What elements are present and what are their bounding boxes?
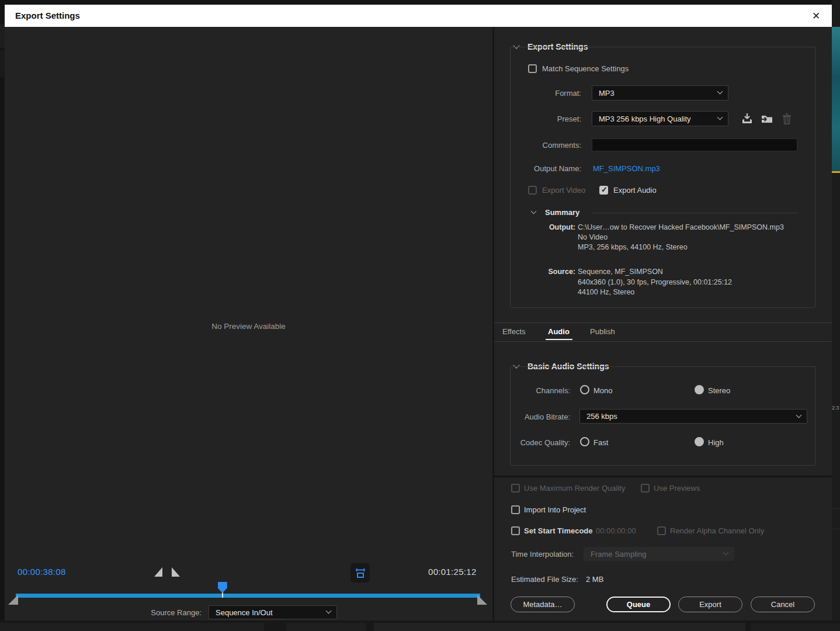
channels-label: Channels:	[467, 386, 570, 395]
format-value: MP3	[599, 89, 615, 98]
import-preset-icon	[761, 112, 773, 125]
dialog-title: Export Settings	[15, 11, 80, 20]
divider	[494, 323, 832, 323]
app-background-left-panel	[0, 25, 5, 48]
delete-preset-button	[781, 112, 793, 125]
comments-input[interactable]	[592, 138, 797, 151]
use-previews-label: Use Previews	[654, 484, 700, 493]
dialog-titlebar: Export Settings ✕	[5, 5, 832, 27]
source-range-label: Source Range:	[105, 608, 202, 617]
chevron-down-icon	[717, 89, 723, 95]
export-video-checkbox	[528, 186, 537, 195]
tab-publish[interactable]: Publish	[590, 327, 615, 336]
export-settings-dialog: 2:3 Export Settings ✕ No Preview Availab…	[0, 0, 840, 631]
use-max-render-quality-label: Use Maximum Render Quality	[524, 484, 625, 493]
playhead[interactable]	[218, 582, 227, 598]
close-button[interactable]: ✕	[805, 5, 827, 27]
tab-audio[interactable]: Audio	[548, 327, 570, 336]
app-video-thumbnail-sliver	[832, 27, 840, 171]
app-timecode-sliver: 2:3	[832, 405, 839, 411]
playhead-marker-icon	[218, 582, 227, 593]
audio-bitrate-label: Audio Bitrate:	[467, 412, 570, 421]
summary-source-line: 44100 Hz, Stereo	[578, 288, 634, 296]
chevron-down-icon	[717, 115, 723, 120]
app-timeline-sliver	[0, 623, 264, 631]
render-alpha-checkbox	[657, 526, 666, 535]
metadata-button[interactable]: Metadata…	[511, 597, 575, 612]
use-previews-checkbox	[641, 484, 650, 493]
time-interpolation-select: Frame Sampling	[584, 547, 734, 561]
export-button[interactable]: Export	[678, 597, 742, 612]
output-name-label: Output Name:	[467, 164, 581, 173]
preset-value: MP3 256 kbps High Quality	[599, 115, 691, 123]
import-into-project-checkbox[interactable]	[511, 505, 520, 514]
summary-output-line: No Video	[578, 233, 608, 241]
mono-radio[interactable]	[580, 385, 589, 394]
cancel-button[interactable]: Cancel	[751, 597, 815, 612]
divider	[494, 341, 832, 342]
preset-select[interactable]: MP3 256 kbps High Quality	[592, 111, 728, 126]
app-timeline-sliver	[374, 623, 745, 631]
app-background-left-panel	[0, 50, 5, 77]
app-background-left	[0, 0, 5, 631]
match-sequence-settings-checkbox[interactable]	[528, 64, 537, 73]
export-audio-label[interactable]: Export Audio	[613, 186, 657, 195]
source-range-select[interactable]: Sequence In/Out	[209, 605, 337, 619]
comments-label: Comments:	[467, 141, 581, 150]
close-icon: ✕	[812, 10, 820, 22]
output-name-link[interactable]: MF_SIMPSON.mp3	[593, 164, 660, 173]
import-preset-button[interactable]	[761, 112, 773, 125]
divider	[832, 508, 840, 509]
export-audio-checkbox[interactable]	[599, 186, 608, 195]
divider	[832, 529, 840, 529]
high-radio[interactable]	[695, 437, 704, 446]
app-background-right: 2:3	[832, 0, 840, 631]
save-preset-icon	[741, 112, 754, 125]
no-preview-text: No Preview Available	[5, 322, 492, 331]
use-max-render-quality-checkbox	[511, 484, 520, 493]
fast-label[interactable]: Fast	[593, 438, 608, 447]
preset-label: Preset:	[467, 115, 581, 123]
summary-source-label: Source:	[494, 268, 575, 276]
summary-output-label: Output:	[494, 223, 575, 231]
divider	[494, 476, 832, 477]
summary-output-line: C:\User…ow to Recover Hacked Facebook\MF…	[578, 223, 784, 231]
trash-icon	[781, 112, 793, 125]
high-label[interactable]: High	[708, 438, 724, 447]
scrubber-track[interactable]	[16, 594, 480, 598]
chevron-down-icon	[796, 412, 802, 418]
active-tab-underline	[546, 339, 572, 340]
set-start-timecode-label[interactable]: Set Start Timecode	[524, 526, 593, 535]
app-timeline-sliver	[751, 623, 840, 631]
duration-timecode: 00:01:25:12	[428, 567, 477, 577]
crop-icon	[355, 567, 366, 579]
fast-radio[interactable]	[580, 437, 589, 446]
crop-output-button[interactable]	[350, 563, 370, 583]
mono-label[interactable]: Mono	[593, 386, 613, 395]
format-label: Format:	[467, 89, 581, 98]
save-preset-button[interactable]	[741, 112, 754, 125]
summary-header[interactable]: Summary	[545, 208, 579, 217]
chevron-down-icon	[326, 608, 332, 614]
codec-quality-label: Codec Quality:	[467, 438, 570, 447]
summary-source-line: 640x360 (1.0), 30 fps, Progressive, 00:0…	[578, 278, 732, 286]
summary-source-line: Sequence, MF_SIMPSON	[578, 268, 663, 276]
time-interpolation-value: Frame Sampling	[591, 550, 646, 559]
render-alpha-label: Render Alpha Channel Only	[670, 526, 764, 535]
tab-effects[interactable]: Effects	[502, 327, 526, 336]
source-range-value: Sequence In/Out	[216, 608, 273, 617]
current-timecode[interactable]: 00:00:38:08	[18, 567, 66, 577]
export-video-label: Export Video	[542, 186, 585, 195]
queue-button[interactable]: Queue	[606, 597, 671, 612]
start-timecode-value: 00:00:00:00	[596, 526, 636, 535]
format-select[interactable]: MP3	[592, 85, 728, 100]
stereo-radio[interactable]	[695, 385, 704, 394]
estimated-file-size-value: 2 MB	[586, 575, 603, 584]
audio-bitrate-select[interactable]: 256 kbps	[579, 409, 807, 424]
import-into-project-label[interactable]: Import Into Project	[524, 505, 586, 514]
set-start-timecode-checkbox[interactable]	[511, 526, 520, 535]
divider	[591, 213, 798, 213]
match-sequence-settings-label[interactable]: Match Sequence Settings	[542, 64, 629, 73]
stereo-label[interactable]: Stereo	[708, 386, 730, 395]
chevron-down-icon	[723, 550, 729, 556]
